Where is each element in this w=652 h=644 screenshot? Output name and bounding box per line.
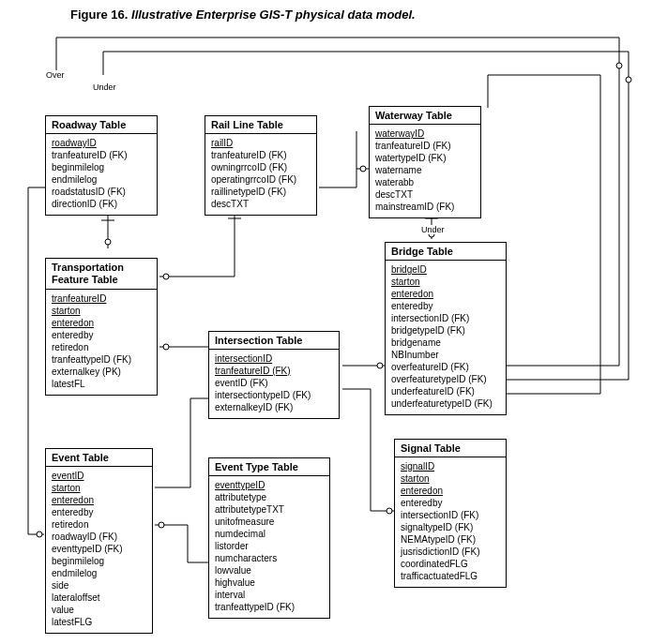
field: enteredon — [52, 494, 146, 506]
field: tranfeatureID (FK) — [375, 140, 475, 152]
field: railID — [211, 137, 311, 149]
field: roadstatusID (FK) — [52, 186, 151, 198]
entity-rail-body: railID tranfeatureID (FK) owningrrcoID (… — [205, 134, 316, 215]
field: watertypeID (FK) — [375, 152, 475, 164]
field: enteredon — [52, 317, 151, 329]
field: beginmilelog — [52, 161, 151, 173]
svg-point-9 — [163, 344, 169, 350]
figure-caption: Illustrative Enterprise GIS-T physical d… — [131, 7, 416, 22]
field: side — [52, 579, 146, 592]
under-label-1: Under — [92, 82, 117, 92]
svg-point-12 — [616, 63, 622, 68]
field: externalkey (PK) — [52, 366, 151, 378]
field: listorder — [215, 540, 324, 552]
svg-point-11 — [159, 522, 164, 528]
field: operatingrrcoID (FK) — [211, 173, 311, 186]
field: directionID (FK) — [52, 198, 151, 210]
field: latestFL — [52, 378, 151, 390]
entity-event: Event Table eventID starton enteredon en… — [45, 448, 153, 634]
field: lateraloffset — [52, 592, 146, 604]
field: bridgeID — [391, 263, 500, 276]
field: eventID — [52, 470, 146, 482]
field: eventtypeID — [215, 479, 324, 491]
entity-roadway-body: roadwayID tranfeatureID (FK) beginmilelo… — [46, 134, 157, 215]
field: NBInumber — [391, 349, 500, 361]
field: waterwayID — [375, 127, 475, 140]
entity-roadway-header: Roadway Table — [46, 116, 157, 134]
field: enteredby — [391, 300, 500, 312]
field: coordinatedFLG — [401, 558, 500, 570]
svg-point-2 — [163, 274, 169, 279]
field: mainstreamID (FK) — [375, 201, 475, 213]
field: enteredby — [52, 506, 146, 518]
field: tranfeatureID (FK) — [215, 365, 333, 377]
over-label: Over — [45, 70, 66, 80]
field: roadwayID (FK) — [52, 531, 146, 543]
field: tranfeattypeID (FK) — [215, 601, 324, 613]
field: starton — [391, 276, 500, 288]
field: intersectionID (FK) — [401, 509, 500, 521]
svg-point-8 — [387, 508, 392, 514]
entity-event-header: Event Table — [46, 449, 152, 467]
field: enteredon — [401, 485, 500, 497]
field: underfeatureID (FK) — [391, 385, 500, 397]
field: bridgetypeID (FK) — [391, 324, 500, 337]
entity-feature-header: Transportation Feature Table — [46, 259, 157, 290]
field: intersectionID — [215, 352, 333, 365]
entity-event-body: eventID starton enteredon enteredby reti… — [46, 467, 152, 633]
field: signalID — [401, 460, 500, 472]
entity-bridge-header: Bridge Table — [386, 243, 506, 261]
field: waterabb — [375, 176, 475, 188]
svg-point-7 — [377, 363, 383, 368]
field: descTXT — [375, 188, 475, 201]
figure-title: Figure 16. Illustrative Enterprise GIS-T… — [70, 7, 416, 22]
field: enteredon — [391, 288, 500, 300]
field: owningrrcoID (FK) — [211, 161, 311, 173]
entity-roadway: Roadway Table roadwayID tranfeatureID (F… — [45, 115, 158, 216]
field: underfeaturetypeID (FK) — [391, 397, 500, 410]
field: NEMAtypeID (FK) — [401, 533, 500, 546]
entity-waterway-body: waterwayID tranfeatureID (FK) watertypeI… — [370, 125, 480, 217]
field: numdecimal — [215, 528, 324, 540]
field: endmilelog — [52, 567, 146, 579]
field: signaltypeID (FK) — [401, 521, 500, 533]
entity-signal-header: Signal Table — [395, 440, 506, 457]
entity-rail: Rail Line Table railID tranfeatureID (FK… — [205, 115, 317, 216]
field: value — [52, 604, 146, 616]
field: enteredby — [52, 329, 151, 341]
field: jusrisdictionID (FK) — [401, 546, 500, 558]
field: trafficactuatedFLG — [401, 570, 500, 582]
entity-intersection-header: Intersection Table — [209, 332, 339, 350]
field: lowvalue — [215, 564, 324, 577]
entity-feature: Transportation Feature Table tranfeature… — [45, 258, 158, 396]
field: overfeatureID (FK) — [391, 361, 500, 373]
entity-eventtype-header: Event Type Table — [209, 458, 329, 476]
entity-bridge: Bridge Table bridgeID starton enteredon … — [385, 242, 507, 415]
entity-feature-body: tranfeatureID starton enteredon enteredb… — [46, 290, 157, 395]
entity-bridge-body: bridgeID starton enteredon enteredby int… — [386, 261, 506, 414]
field: starton — [401, 472, 500, 485]
field: tranfeattypeID (FK) — [52, 353, 151, 366]
entity-signal: Signal Table signalID starton enteredon … — [394, 439, 507, 588]
field: tranfeatureID — [52, 292, 151, 305]
entity-intersection-body: intersectionID tranfeatureID (FK) eventI… — [209, 350, 339, 418]
svg-point-4 — [360, 166, 366, 172]
field: beginmilelog — [52, 555, 146, 567]
under-label-2: Under — [420, 225, 446, 234]
figure-number: Figure 16. — [70, 7, 131, 22]
field: eventID (FK) — [215, 377, 333, 389]
field: descTXT — [211, 198, 311, 210]
entity-signal-body: signalID starton enteredon enteredby int… — [395, 457, 506, 587]
field: attributetypeTXT — [215, 503, 324, 516]
entity-waterway-header: Waterway Table — [370, 107, 480, 125]
field: tranfeatureID (FK) — [52, 149, 151, 161]
field: enteredby — [401, 497, 500, 509]
field: raillinetypeID (FK) — [211, 186, 311, 198]
field: numcharacters — [215, 552, 324, 564]
entity-intersection: Intersection Table intersectionID tranfe… — [208, 331, 340, 419]
svg-point-13 — [626, 77, 631, 82]
field: unitofmeasure — [215, 516, 324, 528]
field: overfeaturetypeID (FK) — [391, 373, 500, 385]
field: highvalue — [215, 577, 324, 589]
field: interval — [215, 589, 324, 601]
